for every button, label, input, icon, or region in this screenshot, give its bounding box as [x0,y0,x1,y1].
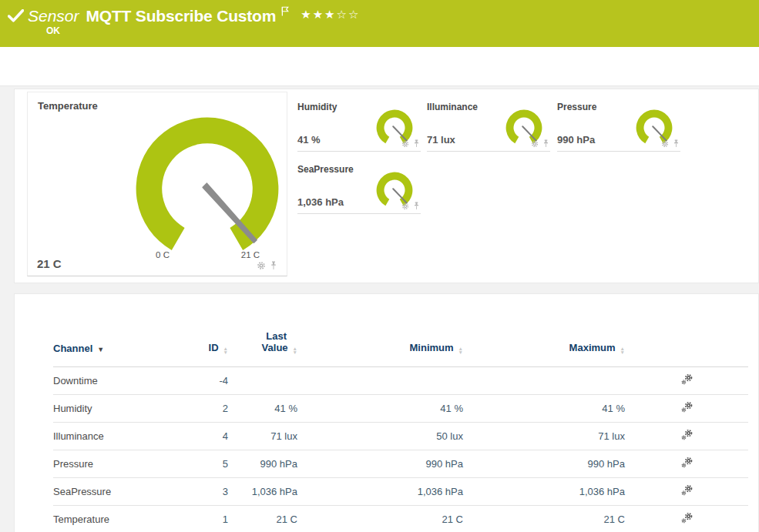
channel-name: Illuminance [53,422,192,450]
column-header-label: Minimum [410,342,454,353]
channel-id: 1 [192,505,228,532]
gauge-tile-illuminance: Illuminance 71 lux [427,97,550,152]
table-row[interactable]: Temperature 1 21 C 21 C 21 C [53,505,748,532]
channel-id: 2 [192,394,228,422]
column-header-actions [625,317,748,366]
column-header-id[interactable]: ID▲▼ [192,317,228,366]
pin-icon[interactable] [542,139,549,148]
channel-last-value [228,366,297,394]
channel-settings-gears-icon[interactable] [681,373,693,385]
status-ok-check-icon [8,9,25,23]
gauge-title: Illuminance [427,102,478,112]
table-row[interactable]: Humidity 2 41 % 41 % 41 % [53,394,748,422]
star-empty-icon[interactable]: ☆ [337,8,348,21]
star-filled-icon[interactable]: ★ [313,8,324,21]
channel-settings-gears-icon[interactable] [681,484,693,496]
channel-maximum [463,366,625,394]
pin-icon[interactable] [673,139,680,148]
sort-icon: ▲▼ [458,346,463,354]
column-header-channel[interactable]: Channel▼ [53,317,192,366]
star-filled-icon[interactable]: ★ [324,8,336,21]
channel-settings-gears-icon[interactable] [681,512,693,524]
channel-name: SeaPressure [53,477,192,505]
channel-id: 5 [192,450,228,477]
gauge-title: SeaPressure [297,164,354,175]
sensor-title: MQTT Subscribe Custom [86,7,277,25]
tab-bar: Overview Live Data 2 days 30 days 365 da… [0,47,759,86]
gauge-value: 1,036 hPa [297,196,344,208]
column-header-label: ID [209,342,219,353]
table-row[interactable]: Illuminance 4 71 lux 50 lux 71 lux [53,422,748,450]
pin-icon[interactable] [270,261,277,270]
channel-minimum: 21 C [297,505,463,532]
sort-icon: ▲▼ [223,346,228,354]
gauge-tile-humidity: Humidity 41 % [297,97,421,152]
channel-minimum [297,366,463,394]
channel-name: Temperature [53,505,192,532]
column-header-last-value[interactable]: LastValue▲▼ [228,317,297,366]
channel-minimum: 50 lux [297,422,463,450]
gear-icon[interactable] [257,261,266,270]
gauge-tile-seapressure: SeaPressure 1,036 hPa [297,159,421,214]
channel-last-value: 71 lux [228,422,297,450]
overview-panel: Temperature 0 C 21 C 21 C Humidity 41 % [14,89,759,283]
channel-id: -4 [192,366,228,394]
channel-name: Downtime [53,366,192,394]
channel-last-value: 990 hPa [228,450,297,477]
channel-table-card: Channel▼ ID▲▼ LastValue▲▼ Minimum▲▼ Maxi… [14,293,759,532]
gauge-value: 990 hPa [557,134,595,146]
channel-maximum: 990 hPa [463,450,625,477]
table-row[interactable]: Pressure 5 990 hPa 990 hPa 990 hPa [53,450,748,477]
sort-icon: ▲▼ [293,346,297,354]
gauge-title: Temperature [38,100,98,112]
channel-maximum: 71 lux [463,422,625,450]
table-header-row: Channel▼ ID▲▼ LastValue▲▼ Minimum▲▼ Maxi… [53,317,748,366]
star-empty-icon[interactable]: ☆ [348,8,360,21]
column-header-label: Maximum [569,342,616,353]
channel-settings-gears-icon[interactable] [681,457,693,468]
channel-settings-gears-icon[interactable] [681,401,693,413]
column-header-minimum[interactable]: Minimum▲▼ [297,317,463,366]
channel-minimum: 1,036 hPa [297,477,463,505]
gear-icon[interactable] [531,140,539,148]
gauge-value: 71 lux [427,134,455,146]
pin-icon[interactable] [413,139,420,148]
gauge-value: 41 % [297,134,321,146]
column-header-label: Channel [53,343,92,354]
column-header-maximum[interactable]: Maximum▲▼ [463,317,625,366]
sensor-banner: Sensor MQTT Subscribe Custom ★★★☆☆ OK [0,0,759,47]
column-header-label: Last [228,330,297,342]
gauge-scale-max: 21 C [233,250,268,259]
gauge-value: 21 C [37,257,62,270]
priority-flag-icon[interactable] [281,6,290,20]
channel-last-value: 41 % [228,394,297,422]
channel-minimum: 41 % [297,394,463,422]
channel-minimum: 990 hPa [297,450,463,477]
gear-icon[interactable] [661,140,669,148]
temperature-gauge [126,108,288,269]
channel-maximum: 21 C [463,505,625,532]
gear-icon[interactable] [401,140,409,148]
gauge-tile-temperature: Temperature 0 C 21 C 21 C [27,92,287,276]
channel-name: Humidity [53,394,192,422]
channel-name: Pressure [53,450,192,477]
channel-maximum: 41 % [463,394,625,422]
gauge-title: Pressure [557,102,596,112]
gear-icon[interactable] [401,202,409,210]
priority-rating[interactable]: ★★★☆☆ [301,8,360,22]
channel-id: 4 [192,422,228,450]
channel-table: Channel▼ ID▲▼ LastValue▲▼ Minimum▲▼ Maxi… [53,317,748,532]
sensor-status-badge: OK [46,25,60,36]
sensor-kind-label: Sensor [28,7,79,25]
channel-maximum: 1,036 hPa [463,477,625,505]
column-header-label: Value [262,342,288,353]
sort-icon: ▲▼ [620,346,625,354]
table-row[interactable]: SeaPressure 3 1,036 hPa 1,036 hPa 1,036 … [53,477,748,505]
table-row[interactable]: Downtime -4 [53,366,748,394]
gauge-title: Humidity [297,102,337,112]
channel-id: 3 [192,477,228,505]
gauge-tile-pressure: Pressure 990 hPa [557,97,680,152]
pin-icon[interactable] [413,202,420,210]
channel-settings-gears-icon[interactable] [681,429,693,440]
star-filled-icon[interactable]: ★ [301,8,312,21]
